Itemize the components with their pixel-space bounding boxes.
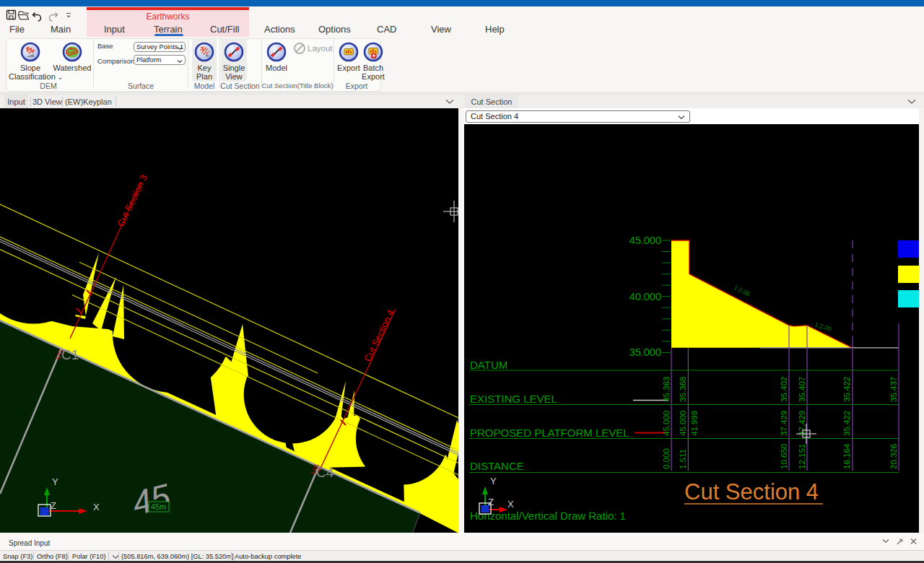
svg-text:16.164: 16.164	[842, 443, 851, 469]
svg-text:Cut Section 3: Cut Section 3	[115, 173, 149, 229]
svg-text:35.422: 35.422	[842, 411, 851, 436]
svg-text:DATUM: DATUM	[470, 359, 507, 371]
svg-text:41.999: 41.999	[690, 411, 699, 436]
svg-text:45.000: 45.000	[679, 411, 687, 436]
svg-text:45.000: 45.000	[629, 235, 661, 246]
svg-text:40.000: 40.000	[629, 291, 661, 302]
svg-text:45m: 45m	[151, 502, 166, 511]
svg-text:EXISTING LEVEL: EXISTING LEVEL	[470, 393, 557, 405]
svg-text:35.422: 35.422	[842, 377, 851, 402]
svg-text:1.511: 1.511	[679, 449, 687, 469]
svg-text:35.000: 35.000	[629, 346, 661, 358]
svg-text:35.368: 35.368	[679, 377, 687, 402]
svg-text:1:2.00: 1:2.00	[733, 284, 751, 298]
svg-text:X: X	[93, 502, 100, 512]
svg-text:0.000: 0.000	[662, 448, 671, 469]
svg-text:Horizontal/Vertical Draw Ratio: Horizontal/Vertical Draw Ratio: 1	[470, 510, 626, 522]
svg-text:Cut Section 4: Cut Section 4	[362, 308, 396, 364]
svg-text:Y: Y	[490, 476, 497, 486]
svg-text:35.437: 35.437	[889, 377, 898, 402]
svg-text:35.402: 35.402	[780, 377, 788, 402]
svg-text:20.326: 20.326	[889, 444, 898, 469]
svg-text:35.407: 35.407	[798, 377, 806, 402]
svg-text:45.000: 45.000	[662, 411, 671, 436]
svg-text:Cut Section 4: Cut Section 4	[684, 479, 819, 505]
svg-text:C4: C4	[316, 465, 334, 480]
svg-text:12.151: 12.151	[798, 444, 806, 469]
svg-text:35.363: 35.363	[662, 377, 671, 402]
svg-text:C1: C1	[61, 347, 79, 362]
svg-text:Y: Y	[52, 476, 58, 487]
svg-text:PROPOSED PLATFORM LEVEL: PROPOSED PLATFORM LEVEL	[470, 427, 629, 439]
svg-text:37.429: 37.429	[780, 411, 788, 436]
svg-text:X: X	[507, 499, 514, 510]
svg-text:Z: Z	[51, 500, 56, 511]
svg-text:10.650: 10.650	[780, 444, 788, 469]
svg-text:DISTANCE: DISTANCE	[470, 460, 524, 472]
svg-text:37.429: 37.429	[798, 411, 806, 436]
